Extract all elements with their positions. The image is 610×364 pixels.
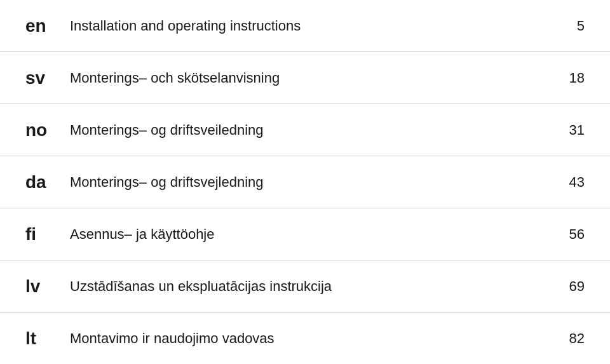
page-number: 82: [546, 330, 585, 347]
row-description: Montavimo ir naudojimo vadovas: [70, 330, 546, 347]
toc-row: enInstallation and operating instruction…: [0, 0, 610, 52]
page-number: 69: [546, 278, 585, 295]
toc-row: svMonterings– och skötselanvisning18: [0, 52, 610, 104]
toc-row: lvUzstādīšanas un ekspluatācijas instruk…: [0, 260, 610, 313]
language-code: da: [25, 172, 70, 192]
page-number: 18: [546, 70, 585, 86]
toc-row: noMonterings– og driftsveiledning31: [0, 104, 610, 156]
language-code: fi: [25, 224, 70, 245]
language-code: lt: [25, 328, 70, 349]
toc-row: fiAsennus– ja käyttöohje56: [0, 208, 610, 260]
page-number: 31: [546, 122, 585, 138]
table-of-contents: enInstallation and operating instruction…: [0, 0, 610, 364]
page-number: 56: [546, 226, 585, 243]
page-number: 43: [546, 174, 585, 191]
toc-row: ltMontavimo ir naudojimo vadovas82: [0, 313, 610, 364]
toc-row: daMonterings– og driftsvejledning43: [0, 156, 610, 208]
language-code: sv: [25, 68, 70, 88]
page-number: 5: [546, 18, 585, 34]
language-code: en: [25, 16, 70, 36]
row-description: Monterings– og driftsvejledning: [70, 174, 546, 191]
row-description: Monterings– og driftsveiledning: [70, 122, 546, 138]
row-description: Monterings– och skötselanvisning: [70, 70, 546, 86]
row-description: Installation and operating instructions: [70, 18, 546, 34]
row-description: Asennus– ja käyttöohje: [70, 226, 546, 243]
language-code: lv: [25, 276, 70, 297]
language-code: no: [25, 120, 70, 140]
row-description: Uzstādīšanas un ekspluatācijas instrukci…: [70, 278, 546, 295]
